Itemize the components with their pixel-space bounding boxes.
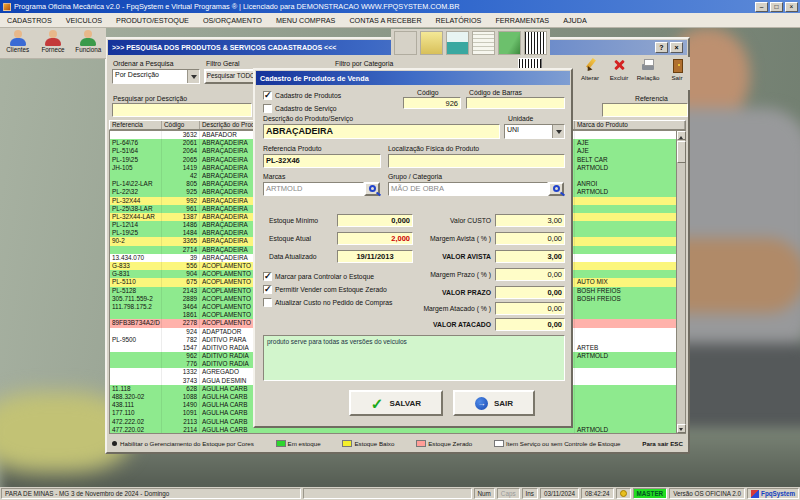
documents-icon[interactable] bbox=[472, 31, 495, 55]
calculator-icon[interactable] bbox=[394, 31, 417, 55]
margem-atacado-label: Margem Atacado ( % ) bbox=[403, 305, 491, 312]
close-button[interactable]: × bbox=[785, 2, 798, 12]
sair-dialog-button[interactable]: → SAIR bbox=[453, 390, 535, 416]
legend-service-note: Item Serviço ou sem Controle de Estoque bbox=[494, 440, 621, 447]
legend-item: Estoque Baixo bbox=[342, 440, 394, 447]
alterar-button[interactable]: Alterar bbox=[577, 57, 603, 90]
search-description-input[interactable] bbox=[112, 103, 252, 117]
status-caps: Caps bbox=[497, 488, 520, 499]
exit-door-icon bbox=[670, 58, 684, 72]
close-window-button[interactable]: × bbox=[670, 42, 683, 53]
barcode-icon[interactable] bbox=[524, 31, 547, 55]
status-master: MASTER bbox=[633, 488, 668, 499]
app-title: Programa Oficina Mecânica v2.0 - FpqSyst… bbox=[14, 2, 755, 11]
grupo-search-button[interactable] bbox=[548, 182, 564, 196]
menu-item[interactable]: VEICULOS bbox=[59, 16, 109, 25]
excluir-button[interactable]: Excluir bbox=[606, 57, 632, 90]
scroll-up-arrow[interactable] bbox=[677, 131, 686, 140]
status-location: PARA DE MINAS - MG 3 de Novembro de 2024… bbox=[1, 488, 301, 499]
codigo-label: Código bbox=[417, 89, 439, 96]
referencia-produto-field[interactable]: PL-32X46 bbox=[263, 154, 381, 168]
clients-icon bbox=[9, 30, 27, 46]
option-checkbox[interactable]: Atualizar Custo no Pedido de Compras bbox=[263, 298, 393, 307]
menu-item[interactable]: PRODUTO/ESTOQUE bbox=[109, 16, 196, 25]
chevron-down-icon bbox=[187, 70, 199, 83]
toolbar-icons bbox=[391, 29, 550, 58]
relacao-button[interactable]: Relação bbox=[635, 57, 661, 90]
scroll-down-arrow[interactable] bbox=[677, 424, 686, 433]
codigo-barras-field[interactable] bbox=[466, 97, 565, 109]
sair-button[interactable]: Sair bbox=[664, 57, 690, 90]
checkbox-icon[interactable] bbox=[263, 104, 272, 113]
cadastro-produtos-checkbox[interactable]: Cadastro de Produtos bbox=[263, 91, 341, 100]
valor-avista-label: VALOR AVISTA bbox=[403, 253, 491, 260]
toolbar: Clientes Fornece Funciona bbox=[0, 28, 106, 59]
minimize-button[interactable]: – bbox=[755, 2, 768, 12]
menu-item[interactable]: CONTAS A RECEBER bbox=[342, 16, 428, 25]
application-window: Programa Oficina Mecânica v2.0 - FpqSyst… bbox=[0, 0, 800, 500]
status-time: 08:42:24 bbox=[581, 488, 614, 499]
estoque-minimo-field[interactable]: 0,000 bbox=[337, 214, 413, 227]
notes-icon[interactable] bbox=[420, 31, 443, 55]
option-checkbox[interactable]: Marcar para Controlar o Estoque bbox=[263, 272, 393, 281]
category-filter-label: Filtro por Categoria bbox=[335, 60, 393, 67]
cadastro-servico-checkbox[interactable]: Cadastro de Serviço bbox=[263, 104, 337, 113]
toolbar-funcionarios-button[interactable]: Funciona bbox=[71, 28, 106, 58]
toolbar-fornecedores-button[interactable]: Fornece bbox=[35, 28, 70, 58]
data-atualizado-label: Data Atualizado bbox=[269, 253, 317, 260]
menu-item[interactable]: AJUDA bbox=[556, 16, 594, 25]
checkbox-icon[interactable] bbox=[263, 272, 272, 281]
valor-custo-field[interactable]: 3,00 bbox=[495, 214, 565, 227]
marcas-field[interactable]: ARTMOLD bbox=[263, 182, 364, 196]
color-swatch bbox=[276, 440, 286, 447]
menu-item[interactable]: FERRAMENTAS bbox=[488, 16, 556, 25]
menu-item[interactable]: OS/ORÇAMENTO bbox=[196, 16, 269, 25]
salvar-button[interactable]: ✓ SALVAR bbox=[349, 390, 443, 416]
product-note-memo[interactable]: produto serve para todas as versões do v… bbox=[263, 335, 565, 381]
menu-item[interactable]: MENU COMPRAS bbox=[269, 16, 343, 25]
codigo-field[interactable]: 926 bbox=[403, 97, 461, 109]
fpq-logo-icon bbox=[751, 490, 759, 498]
option-checkbox[interactable]: Permitir Vender com Estoque Zerado bbox=[263, 285, 393, 294]
exit-arrow-icon: → bbox=[475, 397, 488, 410]
check-icon: ✓ bbox=[371, 396, 384, 411]
checkbox-icon[interactable] bbox=[263, 285, 272, 294]
money-icon[interactable] bbox=[498, 31, 521, 55]
valor-atacado-field[interactable]: 0,00 bbox=[495, 318, 565, 331]
maximize-button[interactable]: □ bbox=[770, 2, 783, 12]
data-atualizado-field[interactable]: 19/11/2013 bbox=[337, 250, 413, 263]
localizacao-field[interactable] bbox=[388, 154, 565, 168]
help-button[interactable]: ? bbox=[655, 42, 668, 53]
delete-icon bbox=[612, 58, 626, 72]
valor-prazo-field[interactable]: 0,00 bbox=[495, 286, 565, 299]
menu-item[interactable]: RELATÓRIOS bbox=[429, 16, 489, 25]
codigo-barras-label: Código de Barras bbox=[469, 89, 522, 96]
chart-icon[interactable] bbox=[446, 31, 469, 55]
margem-prazo-field[interactable]: 0,00 bbox=[495, 268, 565, 281]
product-register-dialog: Cadastro de Produtos de Venda Cadastro d… bbox=[253, 68, 573, 428]
estoque-minimo-label: Estoque Mínimo bbox=[269, 217, 318, 224]
unidade-dropdown[interactable]: UNI bbox=[504, 124, 565, 139]
bullet-icon bbox=[112, 441, 117, 446]
scroll-thumb[interactable] bbox=[677, 141, 686, 163]
vertical-scrollbar[interactable] bbox=[676, 131, 685, 433]
legend-toggle[interactable]: Habilitar o Gerenciamento do Estoque por… bbox=[112, 440, 254, 447]
checkbox-icon[interactable] bbox=[263, 91, 272, 100]
marcas-search-button[interactable] bbox=[364, 182, 380, 196]
valor-avista-field[interactable]: 3,00 bbox=[495, 250, 565, 263]
key-icon bbox=[620, 490, 627, 497]
marcas-label: Marcas bbox=[263, 173, 285, 180]
estoque-atual-field[interactable]: 2,000 bbox=[337, 232, 413, 245]
margem-atacado-field[interactable]: 0,00 bbox=[495, 302, 565, 315]
descricao-field[interactable]: ABRAÇADEIRA bbox=[263, 124, 500, 139]
menu-item[interactable]: CADASTROS bbox=[0, 16, 59, 25]
grupo-field[interactable]: MÃO DE OBRA bbox=[388, 182, 548, 196]
search-window-title: >>> PESQUISA DOS PRODUTOS & SERVIÇOS CAD… bbox=[112, 44, 653, 51]
legend-item: Estoque Zerado bbox=[416, 440, 472, 447]
order-by-dropdown[interactable]: Por Descrição bbox=[112, 69, 200, 84]
margem-avista-field[interactable]: 0,00 bbox=[495, 232, 565, 245]
checkbox-icon[interactable] bbox=[263, 298, 272, 307]
reference-input[interactable] bbox=[602, 103, 688, 117]
status-brand: FpqSystem bbox=[747, 488, 799, 499]
toolbar-clientes-button[interactable]: Clientes bbox=[0, 28, 35, 58]
